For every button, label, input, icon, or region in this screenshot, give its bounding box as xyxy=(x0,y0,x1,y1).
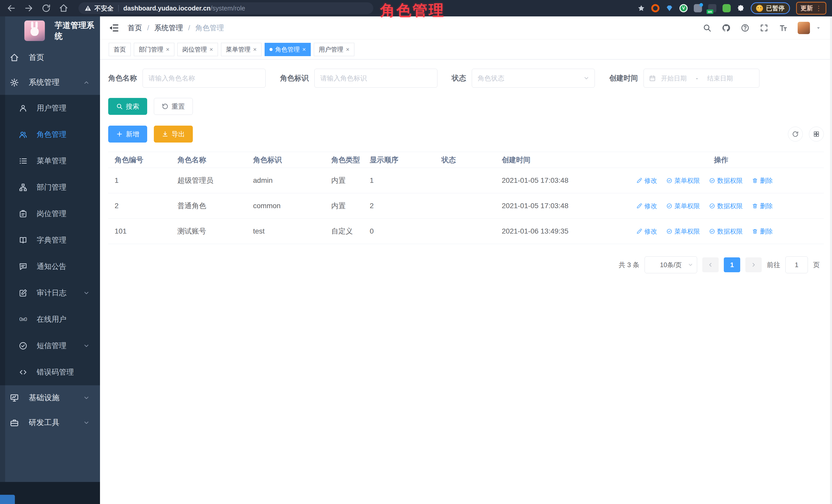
goto-label: 前往 xyxy=(767,261,780,269)
sidebar-item-sms[interactable]: 短信管理 xyxy=(0,333,100,359)
sidebar-fold-icon[interactable] xyxy=(109,23,119,33)
sidebar-item-departments[interactable]: 部门管理 xyxy=(0,174,100,201)
edit-link[interactable]: 修改 xyxy=(636,227,657,236)
column-settings-button[interactable] xyxy=(809,127,824,141)
badge-icon xyxy=(19,209,27,218)
gear-icon xyxy=(10,78,19,87)
browser-back-icon[interactable] xyxy=(7,4,16,13)
menu-permission-link[interactable]: 菜单权限 xyxy=(666,227,700,236)
export-button[interactable]: 导出 xyxy=(154,126,193,142)
goto-page-input[interactable] xyxy=(785,256,808,273)
edit-link[interactable]: 修改 xyxy=(636,176,657,185)
github-icon[interactable] xyxy=(722,24,730,32)
prev-page-button[interactable] xyxy=(702,257,719,272)
tab-menus[interactable]: 菜单管理 × xyxy=(221,43,262,56)
edit-link[interactable]: 修改 xyxy=(636,202,657,210)
menu-permission-link[interactable]: 菜单权限 xyxy=(666,176,700,185)
page-size-select[interactable]: 10条/页 xyxy=(645,256,697,273)
data-permission-link[interactable]: 数据权限 xyxy=(709,227,743,236)
close-icon[interactable]: × xyxy=(346,46,349,53)
tab-users[interactable]: 用户管理 × xyxy=(314,43,354,56)
role-name-input[interactable] xyxy=(142,69,266,88)
date-range-picker[interactable]: 开始日期 - 结束日期 xyxy=(644,69,759,88)
active-tab-dot xyxy=(269,48,272,51)
col-role-name: 角色名称 xyxy=(171,155,246,165)
delete-link[interactable]: 删除 xyxy=(752,202,773,210)
profile-paused-pill[interactable]: 已暂停 xyxy=(751,2,790,14)
table-row: 1 超级管理员 admin 内置 1 2021-01-05 17:03:48 修… xyxy=(108,168,824,193)
sidebar-item-posts[interactable]: 岗位管理 xyxy=(0,201,100,227)
chevron-down-icon xyxy=(688,262,693,268)
sidebar-item-online-users[interactable]: 0x0 在线用户 xyxy=(0,306,100,333)
trash-icon xyxy=(752,178,758,184)
tab-posts[interactable]: 岗位管理 × xyxy=(177,43,218,56)
tab-departments[interactable]: 部门管理 × xyxy=(134,43,174,56)
sidebar-item-users[interactable]: 用户管理 xyxy=(0,95,100,121)
role-key-input[interactable] xyxy=(314,69,437,88)
data-permission-link[interactable]: 数据权限 xyxy=(709,176,743,185)
app-logo-rabbit-avatar xyxy=(24,21,45,41)
extension-orange-icon[interactable] xyxy=(651,4,659,12)
close-icon[interactable]: × xyxy=(209,46,213,53)
font-size-icon[interactable] xyxy=(779,24,787,32)
tab-home[interactable]: 首页 xyxy=(109,43,131,56)
breadcrumb-current: 角色管理 xyxy=(196,23,224,33)
extension-switch-icon[interactable]: on xyxy=(708,4,717,12)
edit-log-icon xyxy=(19,289,27,297)
help-icon[interactable] xyxy=(741,24,749,32)
sidebar-item-home[interactable]: 首页 xyxy=(0,45,100,70)
sidebar-item-dictionary[interactable]: 字典管理 xyxy=(0,227,100,253)
sidebar-item-system[interactable]: 系统管理 xyxy=(0,70,100,95)
close-icon[interactable]: × xyxy=(302,46,306,53)
sidebar-item-notices[interactable]: 通知公告 xyxy=(0,253,100,280)
user-avatar[interactable] xyxy=(798,22,810,34)
delete-link[interactable]: 删除 xyxy=(752,227,773,236)
data-permission-link[interactable]: 数据权限 xyxy=(709,202,743,210)
extension-green-icon[interactable]: V xyxy=(679,4,688,12)
extension-grey-icon[interactable] xyxy=(694,4,702,12)
caret-down-icon[interactable] xyxy=(815,25,821,31)
org-tree-icon xyxy=(19,183,27,192)
status-select[interactable]: 角色状态 xyxy=(472,69,595,88)
search-button[interactable]: 搜索 xyxy=(108,98,147,115)
end-date-placeholder: 结束日期 xyxy=(707,74,733,83)
browser-reload-icon[interactable] xyxy=(42,4,51,13)
search-icon[interactable] xyxy=(703,24,711,32)
breadcrumb-home[interactable]: 首页 xyxy=(128,23,142,33)
add-button[interactable]: 新增 xyxy=(108,126,147,142)
address-bar[interactable]: 不安全 dashboard.yudao.iocoder.cn /system/r… xyxy=(78,2,373,14)
sidebar-item-audit-log[interactable]: 审计日志 xyxy=(0,280,100,306)
next-page-button[interactable] xyxy=(745,257,762,272)
browser-forward-icon[interactable] xyxy=(24,4,33,13)
breadcrumb-separator: / xyxy=(147,24,149,32)
delete-link[interactable]: 删除 xyxy=(752,176,773,185)
extension-gem-icon[interactable] xyxy=(666,4,673,12)
url-path: /system/role xyxy=(210,5,245,12)
browser-menu-dots-icon[interactable]: ⋮ xyxy=(815,5,822,11)
browser-home-icon[interactable] xyxy=(59,4,68,13)
page-scrollbar[interactable] xyxy=(830,17,832,504)
app-logo-row[interactable]: 芋道管理系统 xyxy=(0,17,100,45)
breadcrumb-system[interactable]: 系统管理 xyxy=(154,23,183,33)
close-icon[interactable]: × xyxy=(253,46,257,53)
sidebar-item-dev-tools[interactable]: 研发工具 xyxy=(0,410,100,435)
reset-button[interactable]: 重置 xyxy=(154,98,193,115)
sidebar-item-roles[interactable]: 角色管理 xyxy=(0,121,100,148)
sidebar-item-menus[interactable]: 菜单管理 xyxy=(0,148,100,174)
page-number-button[interactable]: 1 xyxy=(724,257,740,272)
extensions-puzzle-icon[interactable] xyxy=(737,4,745,12)
tab-roles[interactable]: 角色管理 × xyxy=(265,43,311,56)
pencil-icon xyxy=(636,229,642,234)
browser-update-group[interactable]: 更新 ⋮ xyxy=(796,2,826,15)
not-secure-label: 不安全 xyxy=(94,4,113,12)
filter-buttons: 搜索 重置 xyxy=(108,98,824,115)
menu-permission-link[interactable]: 菜单权限 xyxy=(666,202,700,210)
sidebar-item-infrastructure[interactable]: 基础设施 xyxy=(0,385,100,410)
extension-sprout-icon[interactable] xyxy=(723,4,731,12)
sidebar-item-error-codes[interactable]: 错误码管理 xyxy=(0,359,100,385)
refresh-table-button[interactable] xyxy=(788,127,803,141)
cell-role-id: 101 xyxy=(108,227,171,235)
close-icon[interactable]: × xyxy=(166,46,170,53)
bookmark-star-icon[interactable] xyxy=(638,4,645,12)
fullscreen-icon[interactable] xyxy=(760,24,769,32)
